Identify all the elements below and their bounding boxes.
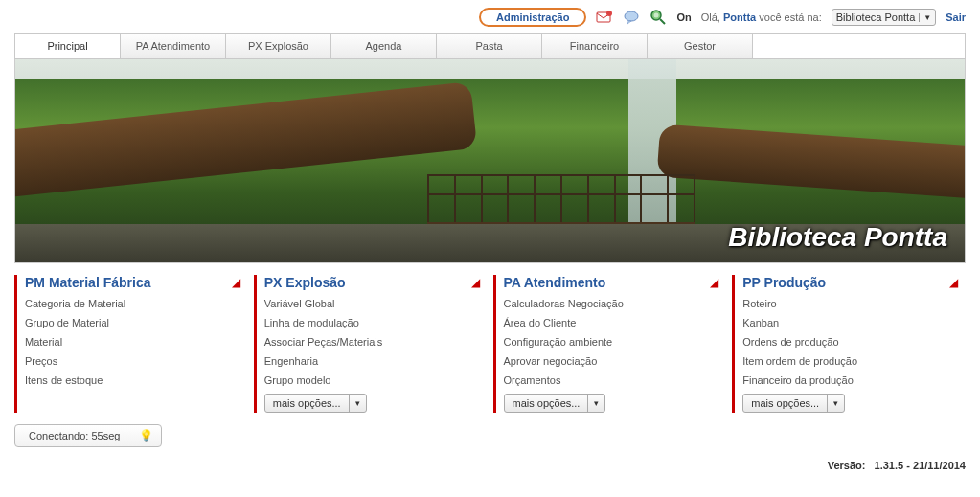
module-link[interactable]: Configuração ambiente: [504, 336, 719, 348]
greeting-suffix: você está na:: [759, 11, 821, 23]
tab-pa-atendimento[interactable]: PA Atendimento: [121, 34, 226, 58]
collapse-icon[interactable]: ◢: [949, 276, 958, 289]
svg-line-5: [660, 19, 665, 24]
footer: Versão: 1.31.5 - 21/11/2014: [0, 451, 980, 481]
tab-financeiro[interactable]: Financeiro: [542, 34, 648, 58]
online-status: On: [676, 11, 691, 23]
module-link[interactable]: Financeiro da produção: [742, 374, 958, 386]
version-label: Versão:: [828, 460, 866, 471]
lightbulb-icon[interactable]: 💡: [139, 429, 153, 442]
module-px-explosao: PX Explosão ◢ Variável Global Linha de m…: [254, 275, 488, 413]
module-link[interactable]: Itens de estoque: [25, 374, 240, 386]
module-link[interactable]: Linha de modulação: [264, 317, 480, 328]
module-link[interactable]: Categoria de Material: [25, 298, 240, 309]
module-title: PM Material Fábrica: [25, 275, 151, 290]
module-link[interactable]: Área do Cliente: [504, 317, 719, 328]
tab-principal[interactable]: Principal: [15, 34, 121, 58]
module-links: Variável Global Linha de modulação Assoc…: [264, 298, 480, 386]
banner-image: Biblioteca Pontta: [14, 59, 966, 263]
chevron-down-icon: ▾: [588, 395, 604, 411]
module-link[interactable]: Material: [25, 336, 240, 348]
module-title: PA Atendimento: [504, 275, 606, 290]
version-value: 1.31.5 - 21/11/2014: [875, 460, 966, 471]
chat-icon[interactable]: [623, 9, 640, 26]
chevron-down-icon: ▾: [828, 395, 844, 411]
tab-agenda[interactable]: Agenda: [331, 34, 437, 58]
more-options-button[interactable]: mais opções... ▾: [504, 394, 606, 413]
tabs: Principal PA Atendimento PX Explosão Age…: [14, 33, 966, 59]
greeting-prefix: Olá,: [701, 11, 720, 23]
tab-px-explosao[interactable]: PX Explosão: [226, 34, 331, 58]
module-link[interactable]: Associar Peças/Materiais: [264, 336, 480, 348]
module-pm-material: PM Material Fábrica ◢ Categoria de Mater…: [14, 275, 248, 413]
chevron-down-icon: ▾: [350, 395, 366, 411]
more-options-button[interactable]: mais opções... ▾: [264, 394, 367, 413]
mail-icon[interactable]: [596, 9, 613, 26]
chevron-down-icon: ▼: [919, 13, 931, 22]
tabs-container: Principal PA Atendimento PX Explosão Age…: [0, 33, 980, 59]
library-select-label: Biblioteca Pontta: [836, 11, 916, 23]
greeting: Olá, Pontta você está na:: [701, 11, 822, 23]
module-link[interactable]: Roteiro: [742, 298, 958, 309]
search-icon[interactable]: [650, 9, 667, 26]
top-bar: Administração On Olá, Pontta você está n…: [0, 0, 980, 33]
banner-bridge: [427, 174, 695, 232]
collapse-icon[interactable]: ◢: [471, 276, 480, 289]
logout-link[interactable]: Sair: [946, 11, 966, 23]
admin-link[interactable]: Administração: [490, 10, 575, 25]
module-link[interactable]: Aprovar negociação: [504, 355, 719, 367]
more-options-label: mais opções...: [743, 395, 828, 412]
banner-title: Biblioteca Pontta: [728, 222, 947, 253]
collapse-icon[interactable]: ◢: [232, 276, 240, 289]
banner-container: Biblioteca Pontta: [0, 59, 980, 263]
module-link[interactable]: Item ordem de produção: [742, 355, 958, 367]
svg-point-2: [625, 11, 638, 21]
module-link[interactable]: Grupo modelo: [264, 374, 480, 386]
tabs-filler: [753, 34, 965, 58]
module-title: PX Explosão: [264, 275, 346, 290]
module-link[interactable]: Ordens de produção: [742, 336, 958, 348]
admin-highlight: Administração: [479, 8, 586, 27]
more-options-button[interactable]: mais opções... ▾: [742, 394, 845, 413]
module-link[interactable]: Grupo de Material: [25, 317, 240, 328]
svg-point-1: [606, 11, 612, 16]
module-pp-producao: PP Produção ◢ Roteiro Kanban Ordens de p…: [732, 275, 966, 413]
library-select[interactable]: Biblioteca Pontta ▼: [832, 9, 936, 26]
tab-pasta[interactable]: Pasta: [437, 34, 542, 58]
user-name: Pontta: [723, 11, 756, 23]
svg-point-4: [654, 13, 659, 18]
module-pa-atendimento: PA Atendimento ◢ Calculadoras Negociação…: [493, 275, 727, 413]
module-links: Calculadoras Negociação Área do Cliente …: [504, 298, 719, 386]
connection-status: Conectando: 55seg 💡: [14, 424, 162, 447]
tab-gestor[interactable]: Gestor: [648, 34, 753, 58]
more-options-label: mais opções...: [505, 395, 589, 412]
module-link[interactable]: Variável Global: [264, 298, 480, 309]
module-link[interactable]: Calculadoras Negociação: [504, 298, 719, 309]
module-links: Roteiro Kanban Ordens de produção Item o…: [742, 298, 958, 386]
more-options-label: mais opções...: [265, 395, 350, 412]
module-links: Categoria de Material Grupo de Material …: [25, 298, 240, 386]
modules-row: PM Material Fábrica ◢ Categoria de Mater…: [0, 263, 980, 418]
module-link[interactable]: Preços: [25, 355, 240, 367]
module-link[interactable]: Kanban: [742, 317, 958, 328]
module-link[interactable]: Engenharia: [264, 355, 480, 367]
module-link[interactable]: Orçamentos: [504, 374, 719, 386]
module-title: PP Produção: [742, 275, 826, 290]
status-row: Conectando: 55seg 💡: [0, 418, 980, 451]
collapse-icon[interactable]: ◢: [710, 276, 718, 289]
status-text: Conectando: 55seg: [29, 430, 120, 441]
